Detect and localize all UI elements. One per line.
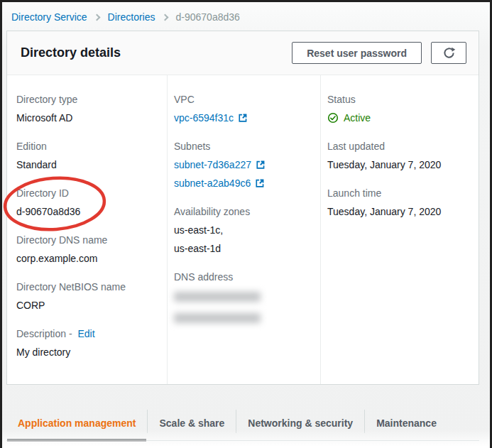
field-description: Description - Edit My directory — [16, 324, 160, 361]
status-text: Active — [344, 109, 371, 127]
field-value: corp.example.com — [16, 249, 160, 268]
field-last-updated: Last updated Tuesday, January 7, 2020 — [327, 137, 471, 174]
chevron-right-icon — [93, 13, 100, 21]
check-circle-icon — [327, 112, 339, 124]
field-value: Tuesday, January 7, 2020 — [327, 155, 471, 174]
field-label: Directory DNS name — [16, 231, 160, 249]
field-label: Edition — [16, 137, 160, 155]
field-label: Directory type — [16, 90, 160, 109]
tab-networking-and-security[interactable]: Networking & security — [236, 406, 364, 440]
panel-actions: Reset user password — [292, 42, 466, 64]
description-label-text: Description - — [16, 328, 72, 339]
details-column-3: Status Active Last updated Tuesday, Janu… — [320, 75, 479, 384]
details-column-2: VPC vpc-6594f31c Subnets — [167, 75, 320, 384]
field-value: CORP — [16, 296, 160, 315]
field-label: DNS address — [174, 268, 313, 286]
field-availability-zones: Availability zones us-east-1c, us-east-1… — [174, 202, 313, 258]
dns-address-redacted-value — [174, 292, 261, 323]
field-launch-time: Launch time Tuesday, January 7, 2020 — [327, 184, 471, 221]
tab-bar: Application management Scale & share Net… — [6, 406, 479, 441]
field-directory-netbios-name: Directory NetBIOS name CORP — [16, 278, 160, 315]
tab-scale-and-share[interactable]: Scale & share — [148, 406, 236, 440]
external-link-icon — [238, 113, 248, 123]
field-label: Description - Edit — [16, 324, 160, 343]
field-directory-id: Directory ID d-90670a8d36 — [16, 184, 160, 221]
details-column-1: Directory type Microsoft AD Edition Stan… — [7, 75, 167, 384]
subnet-link-text: subnet-7d36a227 — [174, 155, 251, 174]
edit-description-link[interactable]: Edit — [77, 324, 94, 343]
refresh-icon — [442, 46, 456, 60]
field-label: Directory ID — [16, 184, 160, 202]
subnet-link-text: subnet-a2ab49c6 — [174, 174, 251, 192]
vpc-link-text: vpc-6594f31c — [174, 109, 234, 127]
panel-body: Directory type Microsoft AD Edition Stan… — [7, 75, 479, 384]
field-label: Last updated — [327, 137, 471, 155]
reset-user-password-button[interactable]: Reset user password — [292, 42, 422, 64]
field-status: Status Active — [327, 90, 471, 127]
field-label: Status — [327, 90, 471, 109]
status-value: Active — [327, 109, 471, 127]
field-label: Directory NetBIOS name — [16, 278, 160, 296]
availability-zone-1: us-east-1c, — [174, 221, 313, 239]
field-directory-dns-name: Directory DNS name corp.example.com — [16, 231, 160, 268]
field-subnets: Subnets subnet-7d36a227 subnet-a2ab4 — [174, 137, 313, 192]
field-value: Tuesday, January 7, 2020 — [327, 202, 471, 221]
breadcrumb: Directory Service Directories d-90670a8d… — [2, 2, 490, 31]
chevron-right-icon — [161, 13, 168, 21]
breadcrumb-link-directory-service[interactable]: Directory Service — [11, 11, 87, 23]
field-label: Subnets — [174, 137, 313, 155]
subnet-link-2[interactable]: subnet-a2ab49c6 — [174, 174, 265, 192]
tab-application-management[interactable]: Application management — [6, 406, 147, 440]
panel-header: Directory details Reset user password — [7, 31, 479, 75]
availability-zone-2: us-east-1d — [174, 239, 313, 258]
external-link-icon — [255, 178, 265, 188]
breadcrumb-link-directories[interactable]: Directories — [108, 11, 155, 23]
tab-maintenance[interactable]: Maintenance — [365, 406, 448, 440]
field-label: Availability zones — [174, 202, 313, 221]
directory-id-value: d-90670a8d36 — [16, 202, 160, 221]
breadcrumb-current-directory-id: d-90670a8d36 — [176, 11, 240, 23]
directory-details-panel: Directory details Reset user password Di… — [6, 31, 479, 385]
field-value: Microsoft AD — [16, 109, 160, 127]
vpc-link[interactable]: vpc-6594f31c — [174, 109, 248, 127]
external-link-icon — [256, 160, 266, 170]
field-edition: Edition Standard — [16, 137, 160, 174]
field-value: Standard — [16, 155, 160, 174]
field-label: VPC — [174, 90, 313, 109]
field-label: Launch time — [327, 184, 471, 202]
field-value: My directory — [16, 343, 160, 361]
subnet-link-1[interactable]: subnet-7d36a227 — [174, 155, 266, 174]
field-directory-type: Directory type Microsoft AD — [16, 90, 160, 127]
field-vpc: VPC vpc-6594f31c — [174, 90, 313, 127]
page-title: Directory details — [21, 45, 121, 60]
console-screenshot: Directory Service Directories d-90670a8d… — [0, 0, 492, 448]
field-dns-address: DNS address — [174, 268, 313, 323]
refresh-button[interactable] — [431, 42, 466, 64]
